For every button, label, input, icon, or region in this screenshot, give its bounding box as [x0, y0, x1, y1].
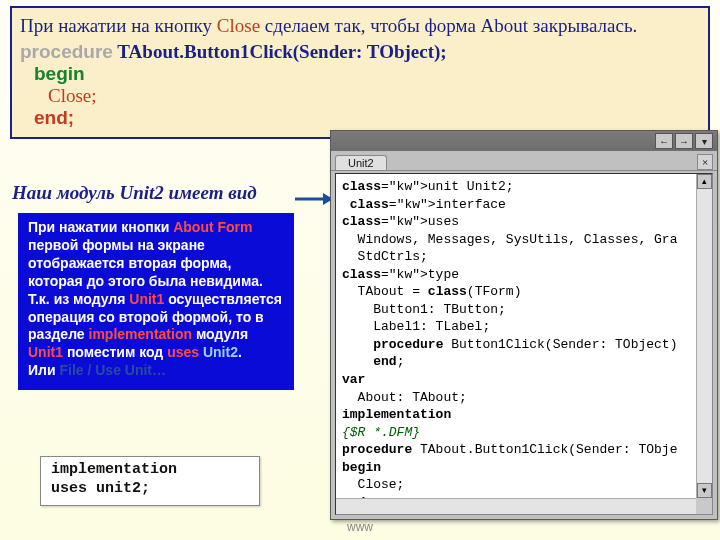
unit1-text: Unit1: [129, 291, 164, 307]
code-area[interactable]: class="kw">unit Unit2; class="kw">interf…: [335, 173, 713, 515]
instruction-text: При нажатии на кнопку Close сделаем так,…: [20, 14, 700, 39]
arrow-icon: [293, 190, 333, 208]
arrow-left-icon: ←: [659, 136, 669, 147]
triangle-down-icon: ▾: [702, 485, 707, 495]
close-word: Close: [217, 15, 260, 36]
implementation-text: implementation: [89, 326, 192, 342]
explanation-box: При нажатии кнопки About Form первой фор…: [18, 213, 294, 390]
nav-forward-button[interactable]: →: [675, 133, 693, 149]
source-code: class="kw">unit Unit2; class="kw">interf…: [336, 174, 712, 515]
scroll-down-button[interactable]: ▾: [697, 483, 712, 498]
unit2-text: Unit2: [203, 344, 238, 360]
close-icon: ×: [702, 156, 708, 168]
editor-titlebar: ← → ▾: [331, 131, 717, 151]
horizontal-scrollbar[interactable]: [336, 498, 696, 514]
tab-unit2[interactable]: Unit2: [335, 155, 387, 170]
nav-dropdown-button[interactable]: ▾: [695, 133, 713, 149]
about-form-text: About Form: [173, 219, 252, 235]
instruction-panel: При нажатии на кнопку Close сделаем так,…: [10, 6, 710, 139]
file-use-unit-text: File / Use Unit…: [59, 362, 166, 378]
procedure-line: procedure TAbout.Button1Click(Sender: TO…: [20, 41, 700, 63]
footer-text: www: [0, 520, 720, 540]
scroll-up-button[interactable]: ▴: [697, 174, 712, 189]
close-call: Close;: [48, 85, 700, 107]
vertical-scrollbar[interactable]: ▴ ▾: [696, 174, 712, 498]
scroll-corner: [696, 498, 712, 514]
snippet-line-2: uses unit2;: [51, 480, 249, 499]
code-editor-window: ← → ▾ Unit2 × class="kw">unit Unit2; cla…: [330, 130, 718, 520]
end-keyword: end;: [34, 107, 700, 129]
nav-back-button[interactable]: ←: [655, 133, 673, 149]
begin-keyword: begin: [34, 63, 700, 85]
editor-tabrow: Unit2 ×: [331, 151, 717, 171]
triangle-up-icon: ▴: [702, 176, 707, 186]
code-snippet: implementation uses unit2;: [40, 456, 260, 506]
snippet-line-1: implementation: [51, 461, 249, 480]
tab-close-button[interactable]: ×: [697, 154, 713, 170]
arrow-right-icon: →: [679, 136, 689, 147]
chevron-down-icon: ▾: [702, 136, 707, 147]
sub-heading: Наш модуль Unit2 имеет вид: [12, 182, 257, 204]
